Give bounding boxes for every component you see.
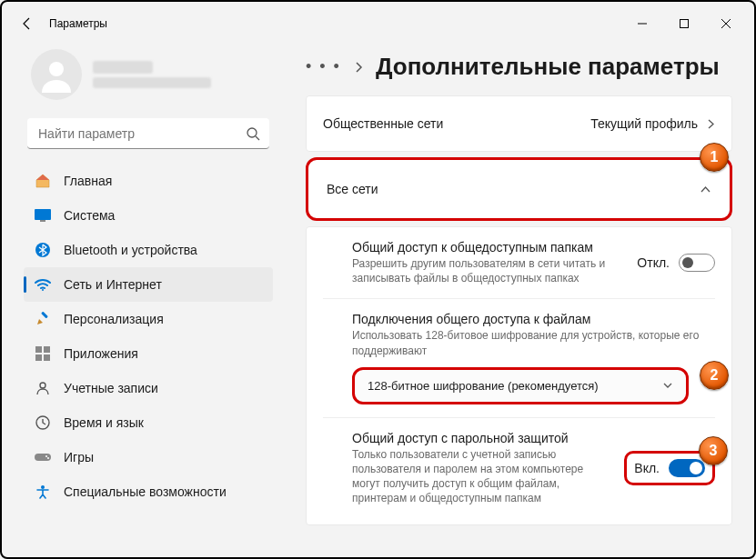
dropdown-selected: 128-битное шифрование (рекомендуется) (368, 379, 599, 393)
sidebar-item-label: Система (64, 208, 115, 223)
sidebar-item-label: Приложения (64, 346, 138, 361)
toggle-password-protected-sharing[interactable] (669, 459, 705, 477)
svg-rect-8 (40, 220, 45, 222)
sidebar-item-label: Сеть и Интернет (64, 277, 162, 292)
search-input[interactable] (27, 118, 269, 149)
svg-point-4 (49, 62, 64, 76)
svg-rect-13 (44, 346, 50, 353)
svg-rect-12 (35, 346, 42, 353)
setting-desc: Использовать 128-битовое шифрование для … (352, 328, 715, 357)
breadcrumb: • • • Дополнительные параметры (306, 53, 732, 81)
card-all-networks-body: Общий доступ к общедоступным папкам Разр… (306, 226, 732, 525)
window-title: Параметры (49, 17, 107, 30)
svg-rect-15 (44, 354, 50, 361)
sidebar-item-network[interactable]: Сеть и Интернет (24, 267, 273, 302)
sidebar-item-home[interactable]: Главная (24, 164, 273, 198)
setting-desc: Только пользователи с учетной записью по… (352, 447, 610, 506)
bluetooth-icon (35, 242, 51, 258)
card-label: Общественные сети (323, 116, 443, 131)
setting-file-sharing-encryption: Подключения общего доступа к файлам Испо… (307, 299, 731, 416)
apps-icon (35, 345, 51, 362)
breadcrumb-overflow[interactable]: • • • (306, 57, 341, 76)
sidebar-item-accessibility[interactable]: Специальные возможности (24, 474, 273, 509)
maximize-button[interactable] (663, 9, 705, 38)
svg-point-19 (45, 455, 47, 457)
sidebar-nav: Главная Система Bluetooth и устройства С… (24, 164, 273, 509)
sidebar-item-gaming[interactable]: Игры (24, 440, 273, 474)
card-right-label: Текущий профиль (590, 116, 698, 131)
gaming-icon (35, 449, 51, 465)
main-content: • • • Дополнительные параметры Обществен… (284, 45, 754, 557)
accounts-icon (35, 380, 51, 396)
user-email-blur (93, 77, 211, 88)
back-button[interactable] (9, 5, 45, 42)
user-block[interactable] (24, 45, 273, 115)
svg-rect-14 (35, 354, 42, 361)
svg-point-5 (247, 128, 257, 137)
search-box (27, 118, 269, 149)
svg-point-21 (41, 485, 45, 489)
personalization-icon (35, 311, 51, 327)
dropdown-encryption[interactable]: 128-битное шифрование (рекомендуется) (352, 367, 689, 404)
toggle-state-label: Вкл. (634, 461, 660, 475)
setting-desc: Разрешить другим пользователям в сети чи… (352, 256, 622, 285)
minimize-button[interactable] (621, 9, 663, 38)
chevron-right-icon (707, 118, 715, 130)
setting-password-protected-sharing: Общий доступ с парольной защитой Только … (307, 418, 731, 519)
setting-title: Подключения общего доступа к файлам (352, 312, 715, 326)
sidebar-item-time[interactable]: Время и язык (24, 405, 273, 440)
sidebar-item-label: Учетные записи (64, 381, 158, 395)
card-public-networks[interactable]: Общественные сети Текущий профиль (306, 95, 732, 152)
sidebar-item-label: Время и язык (64, 415, 144, 430)
chevron-down-icon (662, 382, 673, 389)
card-all-networks[interactable]: Все сети (306, 157, 732, 221)
annotation-bubble-1: 1 (700, 143, 729, 172)
avatar (31, 49, 82, 100)
annotation-bubble-2: 2 (700, 361, 729, 390)
sidebar-item-label: Специальные возможности (64, 484, 227, 499)
setting-public-folder-sharing: Общий доступ к общедоступным папкам Разр… (307, 227, 731, 298)
card-label: Все сети (327, 182, 378, 196)
svg-rect-18 (35, 454, 51, 461)
sidebar-item-personalization[interactable]: Персонализация (24, 302, 273, 336)
sidebar: Главная Система Bluetooth и устройства С… (2, 45, 284, 557)
setting-title: Общий доступ к общедоступным папкам (352, 240, 622, 255)
setting-title: Общий доступ с парольной защитой (352, 431, 610, 445)
svg-point-20 (47, 457, 49, 459)
page-title: Дополнительные параметры (376, 53, 720, 81)
sidebar-item-bluetooth[interactable]: Bluetooth и устройства (24, 233, 273, 267)
svg-point-10 (42, 289, 44, 291)
user-name-blur (93, 61, 153, 74)
window-controls (621, 9, 747, 38)
time-icon (35, 414, 51, 431)
titlebar: Параметры (2, 2, 754, 45)
annotation-bubble-3: 3 (699, 436, 728, 465)
svg-rect-11 (41, 312, 48, 319)
sidebar-item-label: Персонализация (64, 312, 164, 326)
home-icon (35, 173, 51, 189)
network-icon (35, 276, 51, 293)
chevron-up-icon (700, 185, 711, 194)
sidebar-item-label: Главная (64, 174, 112, 188)
sidebar-item-apps[interactable]: Приложения (24, 336, 273, 371)
sidebar-item-system[interactable]: Система (24, 198, 273, 233)
sidebar-item-label: Игры (64, 450, 94, 464)
svg-rect-1 (680, 20, 689, 28)
system-icon (35, 207, 51, 224)
sidebar-item-accounts[interactable]: Учетные записи (24, 371, 273, 405)
toggle-state-label: Откл. (637, 255, 670, 270)
close-button[interactable] (705, 9, 747, 38)
svg-rect-7 (35, 209, 51, 220)
accessibility-icon (35, 484, 51, 500)
sidebar-item-label: Bluetooth и устройства (64, 243, 197, 257)
search-icon (246, 126, 260, 141)
chevron-right-icon (354, 61, 363, 74)
user-info (93, 61, 266, 88)
svg-point-16 (40, 383, 45, 388)
toggle-public-folder-sharing[interactable] (679, 254, 715, 272)
svg-line-6 (256, 136, 259, 140)
